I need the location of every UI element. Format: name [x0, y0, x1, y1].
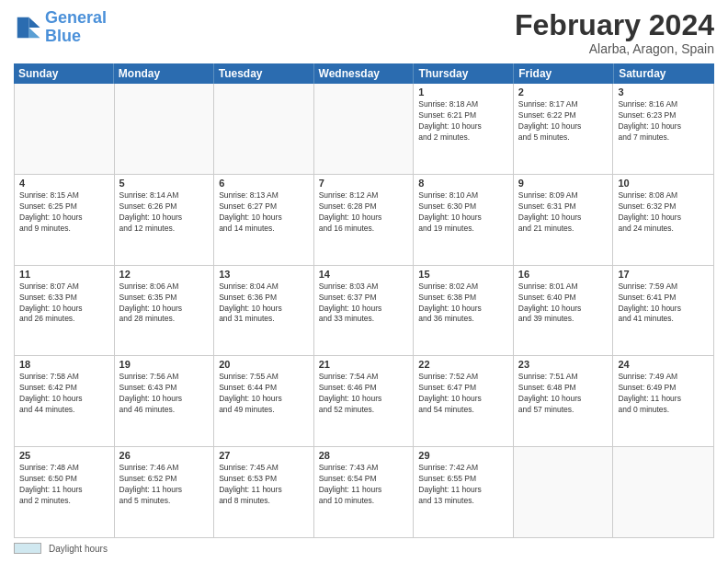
calendar-cell: 26Sunrise: 7:46 AM Sunset: 6:52 PM Dayli…	[115, 447, 215, 537]
main-title: February 2024	[515, 9, 714, 41]
calendar-cell: 4Sunrise: 8:15 AM Sunset: 6:25 PM Daylig…	[15, 175, 115, 265]
calendar-cell: 5Sunrise: 8:14 AM Sunset: 6:26 PM Daylig…	[115, 175, 215, 265]
day-number: 11	[19, 269, 109, 280]
day-number: 27	[219, 450, 309, 461]
svg-marker-0	[29, 17, 40, 28]
calendar-cell: 28Sunrise: 7:43 AM Sunset: 6:54 PM Dayli…	[314, 447, 415, 537]
day-number: 28	[319, 450, 409, 461]
day-number: 12	[119, 269, 210, 280]
legend-box	[14, 543, 41, 554]
logo-icon	[14, 14, 41, 41]
calendar-cell: 2Sunrise: 8:17 AM Sunset: 6:22 PM Daylig…	[514, 84, 614, 174]
svg-marker-1	[29, 28, 40, 38]
day-info: Sunrise: 7:45 AM Sunset: 6:53 PM Dayligh…	[219, 463, 309, 507]
day-number: 2	[518, 86, 609, 98]
day-number: 29	[418, 450, 508, 461]
calendar-cell: 11Sunrise: 8:07 AM Sunset: 6:33 PM Dayli…	[15, 266, 115, 356]
day-info: Sunrise: 8:16 AM Sunset: 6:23 PM Dayligh…	[618, 99, 709, 144]
day-info: Sunrise: 7:55 AM Sunset: 6:44 PM Dayligh…	[219, 372, 309, 416]
day-info: Sunrise: 8:09 AM Sunset: 6:31 PM Dayligh…	[518, 190, 609, 235]
calendar-cell: 24Sunrise: 7:49 AM Sunset: 6:49 PM Dayli…	[613, 356, 713, 446]
calendar-cell: 27Sunrise: 7:45 AM Sunset: 6:53 PM Dayli…	[214, 447, 314, 537]
calendar-cell: 6Sunrise: 8:13 AM Sunset: 6:27 PM Daylig…	[214, 175, 314, 265]
logo: General Blue	[14, 9, 107, 46]
day-info: Sunrise: 8:17 AM Sunset: 6:22 PM Dayligh…	[518, 99, 609, 144]
day-number: 15	[418, 269, 508, 280]
calendar-cell: 29Sunrise: 7:42 AM Sunset: 6:55 PM Dayli…	[414, 447, 514, 537]
day-number: 5	[119, 178, 210, 189]
header-cell-saturday: Saturday	[614, 63, 714, 84]
calendar-row-4: 18Sunrise: 7:58 AM Sunset: 6:42 PM Dayli…	[15, 356, 713, 447]
day-number: 4	[19, 178, 109, 189]
day-number: 10	[618, 178, 709, 189]
calendar-cell	[514, 447, 614, 537]
day-number: 9	[518, 178, 609, 189]
day-info: Sunrise: 7:54 AM Sunset: 6:46 PM Dayligh…	[319, 372, 409, 416]
calendar-row-5: 25Sunrise: 7:48 AM Sunset: 6:50 PM Dayli…	[15, 447, 713, 537]
day-info: Sunrise: 7:52 AM Sunset: 6:47 PM Dayligh…	[418, 372, 508, 416]
day-number: 26	[119, 450, 210, 461]
day-number: 25	[19, 450, 109, 461]
day-number: 20	[219, 359, 309, 370]
header-cell-thursday: Thursday	[414, 63, 514, 84]
logo-text: General Blue	[45, 9, 107, 46]
calendar-cell: 23Sunrise: 7:51 AM Sunset: 6:48 PM Dayli…	[514, 356, 614, 446]
calendar-row-2: 4Sunrise: 8:15 AM Sunset: 6:25 PM Daylig…	[15, 175, 713, 266]
day-info: Sunrise: 8:06 AM Sunset: 6:35 PM Dayligh…	[119, 282, 210, 326]
day-number: 6	[219, 178, 309, 189]
calendar-cell: 20Sunrise: 7:55 AM Sunset: 6:44 PM Dayli…	[214, 356, 314, 446]
calendar-cell	[15, 84, 115, 174]
calendar-cell: 7Sunrise: 8:12 AM Sunset: 6:28 PM Daylig…	[314, 175, 415, 265]
calendar-cell: 3Sunrise: 8:16 AM Sunset: 6:23 PM Daylig…	[613, 84, 713, 174]
header-cell-monday: Monday	[114, 63, 214, 84]
logo-line1: General	[45, 8, 107, 27]
page: General Blue February 2024 Alarba, Arago…	[0, 0, 728, 563]
footer: Daylight hours	[14, 543, 714, 554]
calendar-cell: 10Sunrise: 8:08 AM Sunset: 6:32 PM Dayli…	[613, 175, 713, 265]
day-number: 21	[319, 359, 409, 370]
calendar-cell: 16Sunrise: 8:01 AM Sunset: 6:40 PM Dayli…	[514, 266, 614, 356]
calendar-cell: 12Sunrise: 8:06 AM Sunset: 6:35 PM Dayli…	[115, 266, 215, 356]
calendar-cell: 21Sunrise: 7:54 AM Sunset: 6:46 PM Dayli…	[314, 356, 415, 446]
calendar-header: SundayMondayTuesdayWednesdayThursdayFrid…	[14, 63, 714, 84]
title-block: February 2024 Alarba, Aragon, Spain	[515, 9, 714, 56]
logo-line2: Blue	[45, 27, 81, 45]
svg-rect-2	[17, 17, 29, 39]
day-info: Sunrise: 8:02 AM Sunset: 6:38 PM Dayligh…	[418, 282, 508, 326]
day-number: 22	[418, 359, 508, 370]
header: General Blue February 2024 Alarba, Arago…	[14, 9, 714, 56]
header-cell-sunday: Sunday	[14, 63, 114, 84]
day-number: 14	[319, 269, 409, 280]
day-number: 17	[618, 269, 709, 280]
calendar-cell: 14Sunrise: 8:03 AM Sunset: 6:37 PM Dayli…	[314, 266, 415, 356]
calendar-cell: 25Sunrise: 7:48 AM Sunset: 6:50 PM Dayli…	[15, 447, 115, 537]
day-info: Sunrise: 7:49 AM Sunset: 6:49 PM Dayligh…	[618, 372, 709, 416]
calendar-cell	[314, 84, 415, 174]
calendar-cell: 17Sunrise: 7:59 AM Sunset: 6:41 PM Dayli…	[613, 266, 713, 356]
day-info: Sunrise: 7:48 AM Sunset: 6:50 PM Dayligh…	[19, 463, 109, 507]
calendar-cell: 9Sunrise: 8:09 AM Sunset: 6:31 PM Daylig…	[514, 175, 614, 265]
calendar-cell: 8Sunrise: 8:10 AM Sunset: 6:30 PM Daylig…	[414, 175, 514, 265]
day-info: Sunrise: 8:01 AM Sunset: 6:40 PM Dayligh…	[518, 282, 609, 326]
header-cell-friday: Friday	[514, 63, 614, 84]
calendar-cell	[115, 84, 215, 174]
day-info: Sunrise: 8:04 AM Sunset: 6:36 PM Dayligh…	[219, 282, 309, 326]
day-info: Sunrise: 8:12 AM Sunset: 6:28 PM Dayligh…	[319, 190, 409, 235]
day-number: 1	[418, 86, 508, 98]
calendar-cell: 18Sunrise: 7:58 AM Sunset: 6:42 PM Dayli…	[15, 356, 115, 446]
day-number: 7	[319, 178, 409, 189]
calendar-cell: 15Sunrise: 8:02 AM Sunset: 6:38 PM Dayli…	[414, 266, 514, 356]
day-info: Sunrise: 8:03 AM Sunset: 6:37 PM Dayligh…	[319, 282, 409, 326]
calendar-cell	[214, 84, 314, 174]
day-number: 19	[119, 359, 210, 370]
day-info: Sunrise: 7:59 AM Sunset: 6:41 PM Dayligh…	[618, 282, 709, 326]
day-info: Sunrise: 8:08 AM Sunset: 6:32 PM Dayligh…	[618, 190, 709, 235]
day-info: Sunrise: 7:46 AM Sunset: 6:52 PM Dayligh…	[119, 463, 210, 507]
day-number: 18	[19, 359, 109, 370]
day-info: Sunrise: 8:14 AM Sunset: 6:26 PM Dayligh…	[119, 190, 210, 235]
day-info: Sunrise: 8:10 AM Sunset: 6:30 PM Dayligh…	[418, 190, 508, 235]
calendar-cell: 13Sunrise: 8:04 AM Sunset: 6:36 PM Dayli…	[214, 266, 314, 356]
legend-label: Daylight hours	[49, 544, 108, 554]
day-number: 8	[418, 178, 508, 189]
day-info: Sunrise: 7:51 AM Sunset: 6:48 PM Dayligh…	[518, 372, 609, 416]
